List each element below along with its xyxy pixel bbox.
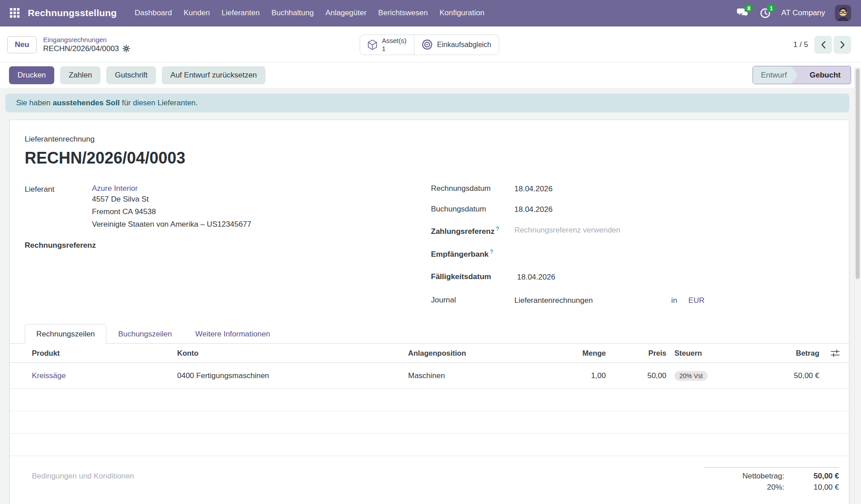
faelligkeitsdatum-label: Fälligkeitsdatum	[431, 272, 514, 281]
alert-text-prefix: Sie haben	[16, 99, 51, 108]
help-question-icon: ?	[496, 226, 499, 232]
status-bar: Entwurf Gebucht	[752, 66, 851, 84]
messages-badge: 8	[744, 4, 753, 13]
alert-text-suffix: für diesen Lieferanten.	[122, 99, 198, 108]
fields-right-column: Rechnungsdatum 18.04.2026 Buchungsdatum …	[431, 184, 840, 306]
pay-button[interactable]: Zahlen	[60, 66, 100, 84]
cell-konto[interactable]: 0400 Fertigungsmaschinen	[177, 371, 408, 380]
header-produkt[interactable]: Produkt	[32, 349, 177, 358]
messages-icon[interactable]: 8	[736, 7, 749, 19]
activities-clock-icon[interactable]: 1	[759, 7, 771, 19]
print-button[interactable]: Drucken	[9, 66, 54, 84]
nettobetrag-value: 50,00 €	[784, 472, 839, 481]
lieferant-address-line1: 4557 De Silva St	[92, 193, 251, 206]
rechnungsdatum-label: Rechnungsdatum	[431, 184, 514, 193]
sheet-footer: Nettobetrag: 50,00 € 20%: 10,00 €	[10, 467, 849, 504]
lieferant-address-line2: Fremont CA 94538	[92, 206, 251, 218]
header-betrag[interactable]: Betrag	[771, 349, 821, 358]
alert-text-bold: ausstehendes Soll	[53, 99, 120, 108]
apps-grid-icon[interactable]	[8, 6, 22, 20]
breadcrumb: Eingangsrechnungen RECHN/2026/04/0003	[43, 36, 130, 54]
journal-value[interactable]: Lieferantenrechnungen	[514, 296, 593, 306]
assets-smart-button[interactable]: Asset(s) 1	[360, 35, 414, 55]
notebook-tabs: Rechnungszeilen Buchungszeilen Weitere I…	[10, 324, 849, 344]
journal-label: Journal	[431, 296, 514, 305]
header-konto[interactable]: Konto	[177, 349, 408, 358]
menu-kunden[interactable]: Kunden	[178, 5, 216, 21]
cell-anlagenposition[interactable]: Maschinen	[408, 371, 534, 380]
zahlungsreferenz-label: Zahlungsreferenz?	[431, 226, 514, 236]
credit-note-button[interactable]: Gutschrift	[106, 66, 156, 84]
pager-previous-button[interactable]	[814, 36, 832, 54]
tax-total-value: 10,00 €	[784, 483, 839, 492]
user-avatar[interactable]	[835, 5, 851, 21]
breadcrumb-parent[interactable]: Eingangsrechnungen	[43, 36, 130, 44]
optional-columns-icon[interactable]	[821, 349, 841, 357]
tab-buchungszeilen[interactable]: Buchungszeilen	[106, 324, 183, 344]
scrollbar-thumb[interactable]	[856, 69, 860, 279]
lieferant-address-line3: Vereinigte Staaten von Amerika – US12345…	[92, 218, 251, 231]
pager-next-button[interactable]	[834, 36, 851, 54]
menu-dashboard[interactable]: Dashboard	[129, 5, 178, 21]
terms-input[interactable]	[32, 472, 220, 481]
top-navbar: Rechnungsstellung Dashboard Kunden Liefe…	[0, 0, 861, 26]
menu-anlagegueter[interactable]: Anlagegüter	[320, 5, 373, 21]
document-type-label: Lieferantenrechnung	[25, 135, 840, 144]
menu-lieferanten[interactable]: Lieferanten	[216, 5, 265, 21]
status-gebucht[interactable]: Gebucht	[798, 66, 851, 84]
gear-icon[interactable]	[122, 45, 130, 52]
main-content: Sie haben ausstehendes Soll für diesen L…	[0, 88, 861, 504]
invoice-form-sheet: Lieferantenrechnung RECHN/2026/04/0003 L…	[9, 120, 849, 504]
totals-block: Nettobetrag: 50,00 € 20%: 10,00 €	[704, 467, 839, 504]
company-switcher[interactable]: AT Company	[781, 9, 825, 17]
assets-count: 1	[382, 45, 407, 53]
cell-steuern: 20% Vst	[668, 371, 771, 381]
buchungsdatum-value[interactable]: 18.04.2026	[514, 205, 552, 215]
header-anlagenposition[interactable]: Anlagenposition	[408, 349, 534, 358]
empty-row	[10, 434, 849, 456]
tax-tag[interactable]: 20% Vst	[674, 371, 708, 381]
invoice-line-row[interactable]: Kreissäge 0400 Fertigungsmaschinen Masch…	[10, 363, 849, 389]
app-title[interactable]: Rechnungsstellung	[28, 8, 117, 18]
document-name: RECHN/2026/04/0003	[25, 148, 840, 168]
control-panel: Neu Eingangsrechnungen RECHN/2026/04/000…	[0, 26, 861, 62]
purchase-matching-smart-button[interactable]: Einkaufsabgleich	[414, 35, 499, 55]
rechnungsdatum-value[interactable]: 18.04.2026	[514, 184, 552, 194]
buchungsdatum-label: Buchungsdatum	[431, 205, 514, 214]
cell-produkt[interactable]: Kreissäge	[32, 371, 177, 380]
lieferant-value[interactable]: Azure Interior	[92, 184, 251, 193]
cube-icon	[367, 39, 378, 50]
bullseye-icon	[422, 39, 433, 50]
status-entwurf[interactable]: Entwurf	[753, 66, 798, 84]
reset-to-draft-button[interactable]: Auf Entwurf zurücksetzen	[162, 66, 265, 84]
pager-counter: 1 / 5	[793, 40, 808, 49]
tax-total-label: 20%:	[767, 483, 784, 492]
header-preis[interactable]: Preis	[608, 349, 668, 358]
journal-in-label: in	[671, 296, 677, 306]
smart-buttons: Asset(s) 1 Einkaufsabgleich	[360, 34, 499, 55]
cell-betrag[interactable]: 50,00 €	[771, 371, 821, 380]
form-fields: Lieferant Azure Interior 4557 De Silva S…	[25, 184, 840, 306]
faelligkeitsdatum-value[interactable]: 18.04.2026	[514, 272, 555, 282]
tab-weitere-informationen[interactable]: Weitere Informationen	[183, 324, 282, 344]
invoice-lines-header: Produkt Konto Anlagenposition Menge Prei…	[10, 344, 849, 363]
journal-currency[interactable]: EUR	[688, 296, 704, 306]
action-bar: Drucken Zahlen Gutschrift Auf Entwurf zu…	[0, 62, 861, 88]
new-button[interactable]: Neu	[7, 36, 37, 53]
outstanding-debit-alert: Sie haben ausstehendes Soll für diesen L…	[5, 94, 849, 112]
menu-konfiguration[interactable]: Konfiguration	[434, 5, 490, 21]
empty-row	[10, 411, 849, 434]
vertical-scrollbar[interactable]	[854, 67, 861, 504]
tab-rechnungszeilen[interactable]: Rechnungszeilen	[25, 324, 106, 344]
breadcrumb-current: RECHN/2026/04/0003	[43, 44, 119, 53]
cell-preis[interactable]: 50,00	[608, 371, 668, 380]
cell-menge[interactable]: 1,00	[534, 371, 608, 380]
nettobetrag-label: Nettobetrag:	[742, 472, 784, 481]
zahlungsreferenz-input[interactable]	[514, 226, 658, 235]
menu-buchhaltung[interactable]: Buchhaltung	[265, 5, 320, 21]
header-menge[interactable]: Menge	[534, 349, 608, 358]
header-steuern[interactable]: Steuern	[668, 349, 771, 358]
menu-berichtswesen[interactable]: Berichtswesen	[372, 5, 434, 21]
chevron-right-icon	[840, 41, 845, 49]
chevron-left-icon	[821, 41, 826, 49]
